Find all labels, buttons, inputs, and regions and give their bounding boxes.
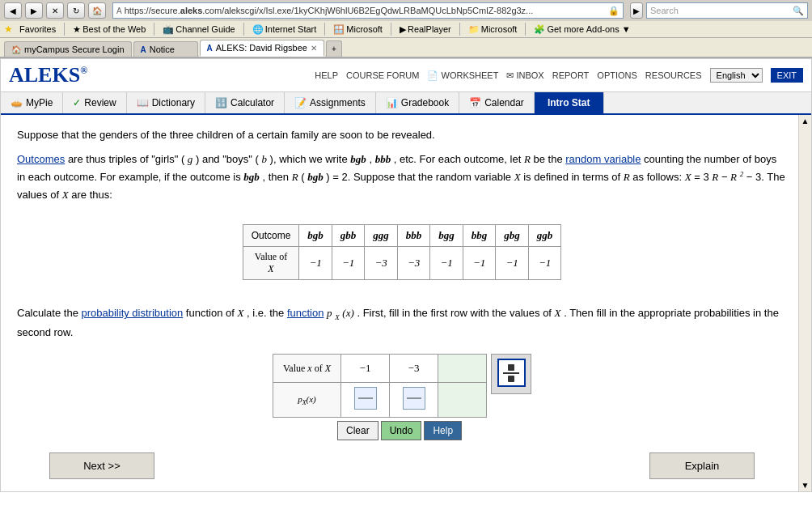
main-content: Suppose that the genders of the three ch… [1, 115, 811, 491]
fav-real-icon: ▶ [400, 24, 406, 35]
undo-button[interactable]: Undo [381, 421, 422, 440]
address-bar[interactable]: A https://secure.aleks.com/alekscgi/x/Is… [112, 2, 624, 19]
outcomes-link[interactable]: Outcomes [17, 153, 65, 165]
nav-inbox[interactable]: ✉ INBOX [506, 70, 543, 81]
prob-row-label: pX(x) [273, 383, 341, 418]
val-ggb: −1 [528, 247, 561, 280]
tab-mycampus[interactable]: 🏠 myCampus Secure Login [4, 41, 132, 57]
go-btn[interactable]: ▶ [630, 2, 643, 19]
tab-notice-icon: A [141, 45, 146, 54]
prob-input-1[interactable] [341, 383, 390, 418]
nav-course-forum[interactable]: COURSE FORUM [346, 70, 419, 80]
nav-options[interactable]: OPTIONS [597, 70, 637, 80]
clear-button[interactable]: Clear [337, 421, 379, 440]
mypie-icon: 🥧 [11, 97, 23, 108]
fav-sep-6 [459, 23, 460, 36]
dictionary-label: Dictionary [152, 97, 195, 108]
tab-aleks-close[interactable]: ✕ [311, 44, 317, 53]
gradebook-label: Gradebook [401, 97, 449, 108]
new-tab-btn[interactable]: + [326, 40, 342, 57]
calendar-label: Calendar [484, 97, 524, 108]
refresh-btn[interactable]: ↻ [67, 2, 85, 19]
search-placeholder: Search [650, 6, 789, 15]
val-gbg: −1 [496, 247, 529, 280]
fav-sep-2 [154, 23, 154, 36]
search-bar[interactable]: Search 🔍 [646, 2, 808, 19]
tab-aleks[interactable]: A ALEKS: David Rigsbee ✕ [200, 40, 324, 57]
forward-btn[interactable]: ▶ [25, 2, 43, 19]
bottom-buttons: Next >> Explain [17, 452, 787, 479]
intro-stat-label: Intro Stat [548, 97, 590, 108]
fav-channel-guide[interactable]: 📺 Channel Guide [163, 24, 235, 35]
outcome-gbg: gbg [496, 225, 529, 247]
problem-para1: Outcomes are thus triples of "girls" ( g… [17, 151, 787, 205]
scroll-down[interactable]: ▼ [801, 481, 810, 490]
next-button[interactable]: Next >> [49, 452, 154, 479]
fav-sep-3 [243, 23, 244, 36]
fraction-box-2[interactable] [403, 387, 425, 410]
fav-best-of-web[interactable]: ★ Best of the Web [73, 24, 146, 35]
nav-help[interactable]: HELP [315, 70, 338, 80]
nav-gradebook[interactable]: 📊 Gradebook [376, 92, 459, 113]
nav-mypie[interactable]: 🥧 MyPie [1, 92, 63, 113]
aleks-logo: ALEKS® [9, 63, 87, 87]
aleks-app: ALEKS® HELP COURSE FORUM 📄 WORKSHEET ✉ I… [0, 58, 812, 492]
tab-notice[interactable]: A Notice [133, 41, 198, 57]
val-ggg: −3 [365, 247, 398, 280]
tab-mycampus-label: myCampus Secure Login [24, 45, 125, 54]
nav-intro-stat[interactable]: Intro Stat [535, 92, 604, 113]
nav-calculator[interactable]: 🔢 Calculator [205, 92, 285, 113]
review-label: Review [84, 97, 116, 108]
tab-notice-label: Notice [150, 45, 175, 54]
home-btn[interactable]: 🏠 [88, 2, 106, 19]
val-bgb: −1 [299, 247, 332, 280]
exit-button[interactable]: EXIT [771, 68, 803, 83]
outcome-table: Outcome bgb gbb ggg bbb bgg bbg gbg ggb … [243, 224, 562, 280]
fav-channel-icon: 📺 [163, 24, 174, 35]
nav-resources[interactable]: RESOURCES [645, 70, 702, 80]
fav-addons-icon: 🧩 [534, 24, 545, 35]
nav-calendar[interactable]: 📅 Calendar [459, 92, 535, 113]
prob-input-3[interactable] [438, 383, 487, 418]
prob-input-2[interactable] [390, 383, 438, 418]
language-select[interactable]: English [710, 68, 763, 83]
val-gbb: −1 [332, 247, 365, 280]
url-text: https://secure.aleks.com/alekscgi/x/Isl.… [125, 6, 534, 15]
val-input-3[interactable] [438, 355, 487, 383]
favorites-bar: ★ Favorites ★ Best of the Web 📺 Channel … [0, 21, 812, 38]
nav-worksheet[interactable]: 📄 WORKSHEET [427, 70, 498, 81]
nav-dictionary[interactable]: 📖 Dictionary [127, 92, 205, 113]
fav-addons[interactable]: 🧩 Get more Add-ons ▼ [534, 24, 630, 35]
stop-btn[interactable]: ✕ [46, 2, 64, 19]
explain-button[interactable]: Explain [649, 452, 755, 479]
fraction-box-1[interactable] [354, 387, 377, 410]
aleks-nav: HELP COURSE FORUM 📄 WORKSHEET ✉ INBOX RE… [315, 68, 803, 83]
fav-internet-start[interactable]: 🌐 Internet Start [252, 24, 317, 35]
scroll-up[interactable]: ▲ [801, 117, 810, 125]
val-bgg: −1 [430, 247, 463, 280]
palette-fraction-symbol[interactable] [497, 359, 526, 387]
gradebook-icon: 📊 [386, 97, 398, 108]
calculator-label: Calculator [230, 97, 274, 108]
outcome-header: Outcome [243, 225, 299, 247]
fav-microsoft-2[interactable]: 📁 Microsoft [468, 24, 518, 35]
help-button[interactable]: Help [424, 421, 462, 440]
val-bbg: −1 [463, 247, 496, 280]
nav-assignments[interactable]: 📝 Assignments [285, 92, 376, 113]
fav-realplayer[interactable]: ▶ RealPlayer [400, 24, 451, 35]
scroll-bar[interactable]: ▲ ▼ [798, 115, 811, 491]
outcome-bbb: bbb [397, 225, 430, 247]
back-btn[interactable]: ◀ [4, 2, 22, 19]
value-row-label: Value x of X [273, 355, 341, 383]
value-label: Value ofX [243, 247, 299, 280]
prob-table-wrapper: Value x of X −1 −3 pX(x) [273, 354, 487, 440]
nav-report[interactable]: REPORT [552, 70, 590, 80]
prob-dist-link[interactable]: probability distribution [82, 307, 184, 319]
interactive-area: Value x of X −1 −3 pX(x) [17, 354, 787, 440]
function-link[interactable]: function [287, 307, 324, 319]
nav-review[interactable]: ✓ Review [63, 92, 126, 113]
random-variable-link[interactable]: random variable [565, 153, 641, 165]
val-input-2: −3 [390, 355, 438, 383]
fav-microsoft[interactable]: 🪟 Microsoft [333, 24, 383, 35]
outcome-table-container: Outcome bgb gbb ggg bbb bgg bbg gbg ggb … [17, 212, 787, 292]
